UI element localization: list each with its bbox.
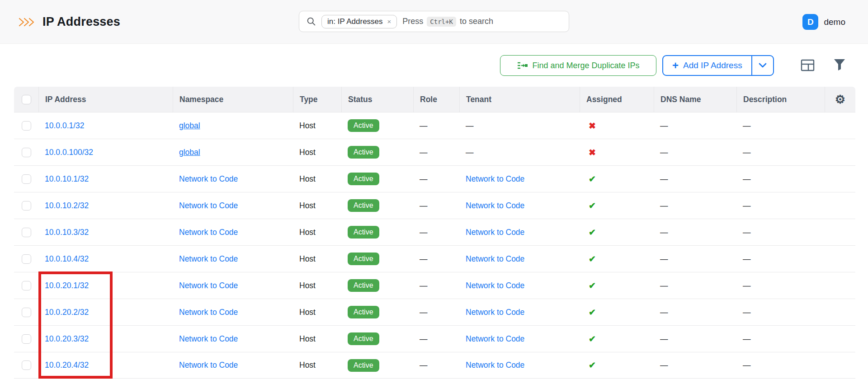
row-checkbox[interactable]	[22, 148, 31, 157]
tenant-link[interactable]: Network to Code	[466, 334, 524, 343]
table-row: 10.0.0.100/32globalHostActive——✖——	[14, 139, 855, 165]
type-cell: Host	[293, 281, 341, 290]
status-badge[interactable]: Active	[348, 146, 379, 159]
ip-address-link[interactable]: 10.0.10.4/32	[45, 254, 89, 263]
column-header-role[interactable]: Role	[413, 87, 459, 112]
ip-address-link[interactable]: 10.0.0.1/32	[45, 121, 85, 130]
role-value: —	[420, 308, 428, 317]
namespace-cell: Network to Code	[173, 308, 293, 317]
ip-address-link[interactable]: 10.0.20.3/32	[45, 334, 89, 343]
add-ip-dropdown-toggle[interactable]	[752, 56, 773, 75]
type-cell: Host	[293, 334, 341, 344]
ip-address-link[interactable]: 10.0.0.100/32	[45, 148, 93, 157]
ip-address-link[interactable]: 10.0.10.2/32	[45, 201, 89, 210]
namespace-link[interactable]: global	[179, 148, 200, 157]
ip-address-link[interactable]: 10.0.20.1/32	[45, 281, 89, 290]
row-checkbox[interactable]	[22, 228, 31, 237]
column-header-dns[interactable]: DNS Name	[654, 87, 736, 112]
type-cell: Host	[293, 174, 341, 184]
ip-cell: 10.0.10.3/32	[38, 228, 173, 237]
tenant-link[interactable]: Network to Code	[466, 254, 524, 263]
status-badge[interactable]: Active	[348, 119, 379, 132]
row-checkbox[interactable]	[22, 308, 31, 317]
status-badge[interactable]: Active	[348, 279, 379, 292]
description-value: —	[743, 121, 751, 130]
user-name: demo	[824, 17, 845, 27]
row-checkbox[interactable]	[22, 360, 31, 370]
namespace-link[interactable]: global	[179, 121, 200, 130]
role-cell: —	[413, 121, 459, 131]
find-merge-duplicates-button[interactable]: Find and Merge Duplicate IPs	[500, 55, 656, 76]
assigned-check-icon: ✔	[586, 228, 596, 237]
namespace-link[interactable]: Network to Code	[179, 174, 238, 183]
column-header-description[interactable]: Description	[736, 87, 825, 112]
row-checkbox[interactable]	[22, 334, 31, 344]
ip-address-link[interactable]: 10.0.10.3/32	[45, 228, 89, 237]
type-cell: Host	[293, 228, 341, 237]
tenant-link[interactable]: Network to Code	[466, 201, 524, 210]
column-header-status[interactable]: Status	[341, 87, 413, 112]
add-ip-address-button[interactable]: + Add IP Address	[663, 56, 752, 75]
row-checkbox[interactable]	[22, 201, 31, 211]
dns-cell: —	[654, 334, 736, 344]
table-row: 10.0.0.1/32globalHostActive——✖——	[14, 112, 855, 139]
status-cell: Active	[341, 253, 413, 265]
status-badge[interactable]: Active	[348, 306, 379, 318]
global-search-input[interactable]: in: IP Addresses × Press Ctrl+K to searc…	[299, 11, 569, 32]
namespace-link[interactable]: Network to Code	[179, 308, 238, 317]
status-badge[interactable]: Active	[348, 332, 379, 345]
plus-icon: +	[672, 60, 679, 71]
ip-address-link[interactable]: 10.0.10.1/32	[45, 174, 89, 183]
status-badge[interactable]: Active	[348, 199, 379, 212]
tenant-cell: —	[459, 148, 580, 157]
role-cell: —	[413, 281, 459, 290]
tenant-link[interactable]: Network to Code	[466, 281, 524, 290]
namespace-link[interactable]: Network to Code	[179, 334, 238, 343]
status-badge[interactable]: Active	[348, 253, 379, 265]
assigned-cell: ✔	[580, 254, 654, 264]
table-row: 10.0.20.4/32Network to CodeHostActive—Ne…	[14, 352, 855, 379]
ip-address-link[interactable]: 10.0.20.4/32	[45, 360, 89, 370]
row-checkbox[interactable]	[22, 174, 31, 184]
tenant-link[interactable]: Network to Code	[466, 228, 524, 237]
description-value: —	[743, 281, 751, 290]
namespace-cell: Network to Code	[173, 174, 293, 184]
namespace-link[interactable]: Network to Code	[179, 281, 238, 290]
row-checkbox[interactable]	[22, 254, 31, 264]
status-badge[interactable]: Active	[348, 359, 379, 372]
ip-cell: 10.0.20.2/32	[38, 308, 173, 317]
column-header-namespace[interactable]: Namespace	[173, 87, 293, 112]
status-badge[interactable]: Active	[348, 173, 379, 185]
table-view-config-button[interactable]	[801, 59, 815, 73]
tenant-link[interactable]: Network to Code	[466, 360, 524, 370]
gear-icon[interactable]: ⚙	[835, 94, 845, 105]
namespace-link[interactable]: Network to Code	[179, 228, 238, 237]
row-checkbox[interactable]	[22, 121, 31, 131]
namespace-link[interactable]: Network to Code	[179, 201, 238, 210]
select-all-checkbox[interactable]	[22, 95, 31, 104]
filter-button[interactable]	[834, 59, 845, 73]
status-badge[interactable]: Active	[348, 226, 379, 239]
user-menu[interactable]: D demo	[802, 0, 845, 44]
tenant-link[interactable]: Network to Code	[466, 174, 524, 183]
avatar[interactable]: D	[802, 14, 818, 30]
column-header-type[interactable]: Type	[293, 87, 341, 112]
search-scope-chip[interactable]: in: IP Addresses ×	[321, 15, 397, 28]
namespace-link[interactable]: Network to Code	[179, 360, 238, 370]
chip-close-icon[interactable]: ×	[387, 18, 392, 25]
row-checkbox[interactable]	[22, 281, 31, 290]
dns-value: —	[660, 174, 668, 183]
dns-value: —	[660, 201, 668, 210]
assigned-check-icon: ✔	[586, 308, 596, 317]
ip-address-link[interactable]: 10.0.20.2/32	[45, 308, 89, 317]
namespace-link[interactable]: Network to Code	[179, 254, 238, 263]
namespace-cell: Network to Code	[173, 334, 293, 344]
description-cell: —	[736, 148, 825, 157]
tenant-link[interactable]: Network to Code	[466, 308, 524, 317]
column-header-ip[interactable]: IP Address	[38, 87, 173, 112]
dns-value: —	[660, 308, 668, 317]
row-select-cell	[14, 281, 38, 290]
column-header-assigned[interactable]: Assigned	[580, 87, 654, 112]
column-header-tenant[interactable]: Tenant	[459, 87, 580, 112]
role-cell: —	[413, 228, 459, 237]
